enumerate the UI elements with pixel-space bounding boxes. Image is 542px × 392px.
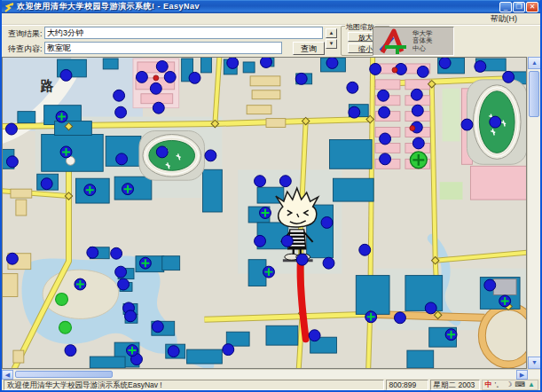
poi-marker[interactable]: [380, 153, 391, 165]
window-title: 欢迎使用清华大学校园导游演示系统! - EasyNav: [14, 1, 499, 12]
poi-marker[interactable]: [87, 247, 98, 258]
scroll-down-button[interactable]: ▼: [528, 357, 541, 369]
poi-marker[interactable]: [189, 72, 200, 83]
status-message: 欢迎使用清华大学校园导游演示系统EasyNav !: [4, 380, 384, 390]
poi-green-marker[interactable]: [59, 321, 72, 333]
spinner-up-button[interactable]: ▲: [326, 28, 337, 38]
poi-marker[interactable]: [223, 344, 234, 356]
ast-logo-icon: [373, 27, 412, 55]
poi-marker[interactable]: [490, 116, 501, 128]
menu-help[interactable]: 帮助(H): [487, 13, 522, 25]
search-input[interactable]: [44, 42, 282, 54]
poi-marker[interactable]: [164, 71, 176, 82]
poi-marker[interactable]: [412, 105, 423, 116]
poi-marker[interactable]: [279, 176, 291, 187]
ime-language-bar[interactable]: 中 ’。 ☽ ⌨ ▲: [482, 380, 538, 390]
restore-button[interactable]: ❐: [513, 2, 525, 12]
content-label: 待查内容:: [8, 43, 43, 55]
search-button[interactable]: 查询: [293, 42, 325, 55]
poi-marker[interactable]: [359, 244, 371, 255]
status-coordinates: 800:899: [386, 380, 428, 390]
poi-marker[interactable]: [152, 321, 163, 333]
close-button[interactable]: ✕: [526, 2, 538, 12]
poi-marker[interactable]: [5, 123, 17, 135]
campus-map-canvas[interactable]: 路: [2, 57, 527, 369]
poi-marker[interactable]: [41, 178, 52, 190]
result-label: 查询结果:: [8, 28, 43, 40]
poi-marker[interactable]: [6, 253, 18, 264]
poi-marker[interactable]: [255, 235, 266, 247]
poi-marker[interactable]: [412, 137, 424, 149]
poi-marker[interactable]: [475, 60, 486, 72]
poi-marker[interactable]: [281, 235, 293, 247]
poi-marker[interactable]: [395, 312, 406, 324]
horizontal-scrollbar[interactable]: ◀ ▶: [2, 369, 540, 379]
poi-marker[interactable]: [65, 345, 76, 357]
poi-red-dot-marker: [410, 126, 415, 131]
ime-eject-icon[interactable]: ▲: [528, 380, 535, 389]
poi-marker[interactable]: [411, 89, 422, 100]
logo-panel: 华大学 音体美 中心: [373, 27, 454, 56]
poi-marker[interactable]: [156, 146, 168, 158]
title-bar: 欢迎使用清华大学校园导游演示系统! - EasyNav _ ❐ ✕: [2, 0, 540, 13]
logo-caption: 华大学 音体美 中心: [412, 30, 433, 53]
poi-marker[interactable]: [349, 106, 360, 118]
poi-marker[interactable]: [295, 73, 307, 84]
map-zoom-group-title: 地图缩放: [345, 22, 375, 32]
scroll-up-button[interactable]: ▲: [528, 57, 541, 69]
poi-marker[interactable]: [116, 153, 128, 165]
poi-marker[interactable]: [296, 254, 308, 265]
poi-marker[interactable]: [347, 82, 358, 93]
poi-marker[interactable]: [380, 133, 391, 145]
poi-marker[interactable]: [125, 310, 137, 322]
poi-marker[interactable]: [227, 57, 239, 68]
poi-marker[interactable]: [115, 106, 127, 118]
status-bar: 欢迎使用清华大学校园导游演示系统EasyNav ! 800:899 星期二 20…: [2, 379, 540, 390]
road-label: 路: [40, 78, 54, 93]
horizontal-scroll-thumb[interactable]: [15, 371, 113, 378]
poi-marker[interactable]: [150, 82, 161, 94]
poi-marker[interactable]: [378, 90, 389, 101]
poi-marker[interactable]: [261, 57, 272, 67]
poi-red-dot-marker: [153, 75, 159, 81]
ime-softkeyboard-icon[interactable]: ⌨: [515, 380, 526, 389]
ime-punctuation-icon[interactable]: ’。: [495, 380, 504, 389]
poi-marker[interactable]: [379, 106, 390, 118]
poi-marker[interactable]: [255, 176, 266, 187]
poi-marker[interactable]: [425, 302, 436, 314]
poi-marker[interactable]: [111, 247, 122, 259]
poi-marker[interactable]: [205, 150, 216, 161]
scroll-left-button[interactable]: ◀: [2, 370, 13, 380]
poi-marker[interactable]: [484, 279, 496, 291]
poi-marker[interactable]: [156, 60, 168, 72]
poi-marker[interactable]: [321, 216, 333, 228]
poi-marker[interactable]: [417, 66, 428, 77]
poi-marker[interactable]: [118, 278, 130, 290]
poi-marker[interactable]: [439, 57, 451, 68]
result-field[interactable]: [44, 27, 323, 39]
spinner-down-button[interactable]: ▼: [326, 39, 337, 49]
poi-marker[interactable]: [136, 71, 147, 82]
vertical-scrollbar[interactable]: ▲ ▼: [527, 57, 540, 369]
poi-marker[interactable]: [503, 71, 515, 82]
minimize-button[interactable]: _: [499, 2, 512, 12]
scroll-right-button[interactable]: ▶: [516, 370, 528, 380]
status-date: 星期二 2003: [430, 380, 480, 390]
poi-green-marker[interactable]: [56, 293, 68, 305]
poi-red-dot-marker: [392, 67, 397, 73]
vertical-scroll-thumb[interactable]: [529, 71, 539, 117]
poi-marker[interactable]: [60, 69, 72, 81]
poi-marker[interactable]: [115, 266, 127, 278]
poi-marker[interactable]: [114, 90, 125, 101]
poi-marker[interactable]: [461, 119, 473, 130]
poi-marker[interactable]: [309, 330, 320, 341]
poi-marker[interactable]: [6, 156, 18, 168]
ime-chinese-icon[interactable]: 中: [485, 380, 492, 389]
poi-marker[interactable]: [153, 102, 164, 114]
poi-marker[interactable]: [168, 346, 179, 357]
poi-marker[interactable]: [370, 63, 381, 74]
ime-halfwidth-moon-icon[interactable]: ☽: [506, 380, 512, 389]
poi-marker[interactable]: [326, 57, 338, 68]
poi-marker[interactable]: [323, 257, 334, 269]
app-icon: [4, 2, 14, 12]
